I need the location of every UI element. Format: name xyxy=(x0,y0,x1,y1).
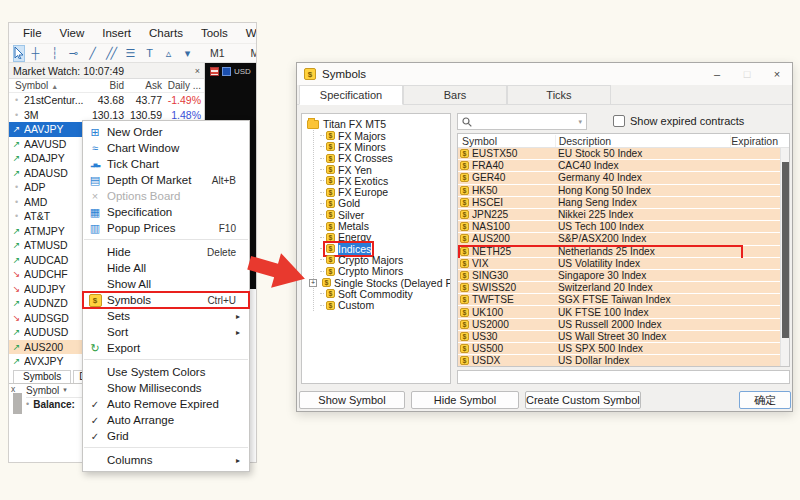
menubar-item[interactable]: Tools xyxy=(192,27,237,39)
vertical-line-icon[interactable]: ┆ xyxy=(44,45,63,62)
context-menu-item[interactable]: Sets ▸ xyxy=(83,308,249,324)
channel-icon[interactable]: ╱╱ xyxy=(101,45,120,62)
show-expired-checkbox[interactable] xyxy=(613,115,625,127)
tree-item[interactable]: $ Crypto Minors xyxy=(325,265,404,277)
dialog-tab[interactable]: Ticks xyxy=(507,85,611,104)
tree-item[interactable]: $ Single Stocks (Delayed Feed) xyxy=(321,277,451,289)
tree-item[interactable]: $ Crypto Majors xyxy=(325,254,404,266)
dialog-button[interactable]: Hide Symbol xyxy=(411,391,519,409)
table-scrollbar[interactable] xyxy=(780,148,789,366)
symbol-path-box[interactable] xyxy=(457,370,790,384)
shapes-icon[interactable]: ▵ xyxy=(158,45,177,62)
table-row[interactable]: $US30 US Wall Street 30 Index xyxy=(458,331,780,343)
dialog-button[interactable]: Create Custom Symbol xyxy=(525,391,641,409)
tree-item[interactable]: $ Energy xyxy=(325,231,372,243)
shapes-dropdown-icon[interactable]: ▾ xyxy=(177,45,196,62)
menubar-item[interactable]: Insert xyxy=(93,27,140,39)
table-scrollbar-thumb[interactable] xyxy=(782,162,789,338)
tree-item-row[interactable]: + $ Metals xyxy=(316,220,448,231)
tree-item[interactable]: $ FX Exotics xyxy=(325,175,389,187)
table-row[interactable]: $VIX US Volatility Index xyxy=(458,258,780,270)
context-menu-item[interactable]: Use System Colors ▸ xyxy=(83,364,249,380)
menubar-item[interactable]: View xyxy=(51,27,94,39)
tree-item[interactable]: $ FX Majors xyxy=(325,130,387,142)
context-menu-item[interactable]: Specification ▸ xyxy=(83,204,249,220)
context-menu-item[interactable]: Popup Prices F10 ▸ xyxy=(83,220,249,236)
tree-item[interactable]: $ FX Europe xyxy=(325,186,389,198)
context-menu-item[interactable]: Grid ▸ xyxy=(83,428,249,444)
table-row[interactable]: $HK50 Hong Kong 50 Index xyxy=(458,185,780,197)
context-menu-item[interactable]: ▸ xyxy=(84,359,248,360)
context-menu-item[interactable]: New Order ▸ xyxy=(83,124,249,140)
horizontal-line-icon[interactable]: ⊸ xyxy=(63,45,82,62)
tree-item-row[interactable]: + $ Crypto Minors xyxy=(316,266,448,277)
dialog-button[interactable]: Show Symbol xyxy=(299,391,405,409)
column-symbol[interactable]: Symbol xyxy=(458,135,556,147)
context-menu-item[interactable]: Depth Of Market Alt+B ▸ xyxy=(83,172,249,188)
menubar-item[interactable]: Charts xyxy=(140,27,192,39)
column-expiration[interactable]: Expiration xyxy=(731,135,780,147)
tree-item-row[interactable]: + $ FX Crosses xyxy=(316,153,448,164)
context-menu-item[interactable]: Tick Chart ▸ xyxy=(83,156,249,172)
tree-item-row[interactable]: + $ FX Majors xyxy=(316,130,448,141)
table-row[interactable]: $NAS100 US Tech 100 Index xyxy=(458,221,780,233)
table-row[interactable]: $JPN225 Nikkei 225 Index xyxy=(458,209,780,221)
tab-symbols[interactable]: Symbols xyxy=(13,370,71,383)
table-row[interactable]: $NETH25 Netherlands 25 Index xyxy=(458,246,780,258)
expand-plus-icon[interactable]: + xyxy=(309,279,317,287)
fibonacci-icon[interactable]: ☰ xyxy=(120,45,139,62)
context-menu-item[interactable]: Auto Arrange ▸ xyxy=(83,412,249,428)
context-menu-item[interactable]: Show Milliseconds ▸ xyxy=(83,380,249,396)
timeframe-m1-button[interactable]: M1 xyxy=(204,47,231,59)
column-description[interactable]: Description xyxy=(556,135,732,147)
tree-item-row[interactable]: + $ FX Exotics xyxy=(316,175,448,186)
table-row[interactable]: $AUS200 S&P/ASX200 Index xyxy=(458,233,780,245)
tree-item-row[interactable]: + $ Single Stocks (Delayed Feed) xyxy=(316,277,448,288)
column-daily[interactable]: Daily ... xyxy=(162,80,204,91)
context-menu-item[interactable]: Auto Remove Expired ▸ xyxy=(83,396,249,412)
tree-item-row[interactable]: + $ Energy xyxy=(316,232,448,243)
tree-item[interactable]: $ Silver xyxy=(325,209,365,221)
toolbox-scrollbar-thumb[interactable] xyxy=(13,393,22,414)
context-menu-item[interactable]: Symbols Ctrl+U ▸ xyxy=(83,292,249,308)
maximize-button[interactable]: □ xyxy=(732,68,762,80)
context-menu-item[interactable]: Hide All ▸ xyxy=(83,260,249,276)
cursor-tool-icon[interactable] xyxy=(13,45,25,62)
table-row[interactable]: $SING30 Singapore 30 Index xyxy=(458,270,780,282)
tree-item[interactable]: $ Metals xyxy=(325,220,370,232)
tree-item-row[interactable]: + $ FX Minors xyxy=(316,141,448,152)
table-row[interactable]: $EUSTX50 EU Stock 50 Index xyxy=(458,148,780,160)
context-menu-item[interactable]: Hide Delete ▸ xyxy=(83,244,249,260)
column-bid[interactable]: Bid xyxy=(86,80,124,91)
tree-item-row[interactable]: + $ Silver xyxy=(316,209,448,220)
table-row[interactable]: $SWISS20 Switzerland 20 Index xyxy=(458,282,780,294)
market-watch-row[interactable]: 21stCentur... 43.68 43.77 -1.49% xyxy=(9,93,204,108)
tree-item[interactable]: $ FX Minors xyxy=(325,141,387,153)
tree-item-row[interactable]: + $ Indices xyxy=(316,243,448,254)
context-menu-item[interactable]: Columns ▸ xyxy=(83,452,249,468)
context-menu-item[interactable]: Show All ▸ xyxy=(83,276,249,292)
context-menu-item[interactable]: Options Board ▸ xyxy=(83,188,249,204)
table-row[interactable]: $GER40 Germany 40 Index xyxy=(458,172,780,184)
symbol-search-box[interactable]: ▾ xyxy=(457,113,587,130)
context-menu-item[interactable]: Export ▸ xyxy=(83,340,249,356)
tree-item-row[interactable]: + $ FX Yen xyxy=(316,164,448,175)
table-row[interactable]: $TWFTSE SGX FTSE Taiwan Index xyxy=(458,294,780,306)
minimize-button[interactable]: – xyxy=(702,68,732,80)
tree-item-row[interactable]: + $ Soft Commodity xyxy=(316,288,448,299)
context-menu-item[interactable]: Chart Window ▸ xyxy=(83,140,249,156)
menubar-item[interactable]: Window xyxy=(237,27,257,39)
context-menu-item[interactable]: Sort ▸ xyxy=(83,324,249,340)
context-menu-item[interactable]: ▸ xyxy=(84,239,248,240)
toolbox-column-header[interactable]: Symbol ▾ xyxy=(26,384,85,398)
tree-item-row[interactable]: + $ Gold xyxy=(316,198,448,209)
tree-item-row[interactable]: + $ Custom xyxy=(316,299,448,310)
table-row[interactable]: $HSCEI Hang Seng Index xyxy=(458,197,780,209)
tree-item[interactable]: $ Soft Commodity xyxy=(325,288,414,300)
tree-item-row[interactable]: + $ FX Europe xyxy=(316,186,448,197)
table-row[interactable]: $UK100 UK FTSE 100 Index xyxy=(458,306,780,318)
menubar-item[interactable]: File xyxy=(14,27,51,39)
tree-root-item[interactable]: Titan FX MT5 xyxy=(304,118,448,130)
tree-item[interactable]: $ FX Crosses xyxy=(325,152,394,164)
table-row[interactable]: $USDX US Dollar Index xyxy=(458,355,780,367)
